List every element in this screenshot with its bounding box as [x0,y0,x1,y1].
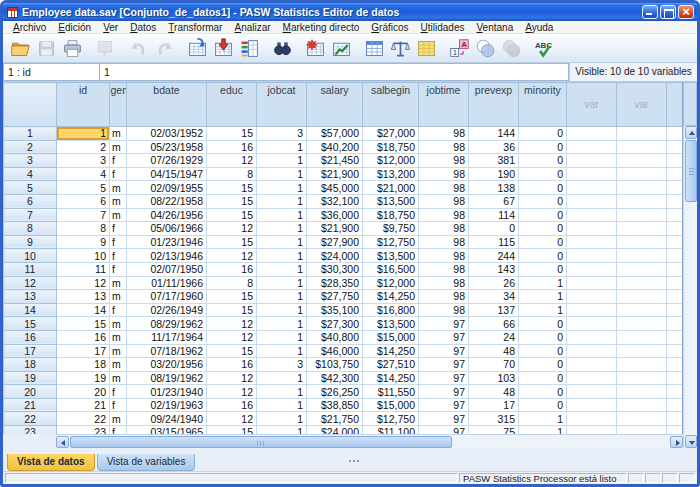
cell[interactable]: 10 [57,249,110,263]
cell[interactable]: f [110,222,127,236]
column-header-var[interactable]: var [617,83,667,127]
cell[interactable]: $27,300 [307,317,363,331]
cell[interactable] [567,371,617,385]
cell[interactable] [617,127,667,141]
cell[interactable]: $21,450 [307,154,363,168]
cell[interactable]: 15 [207,235,257,249]
cell[interactable] [567,330,617,344]
cell[interactable]: 17 [469,398,519,412]
cell[interactable] [617,344,667,358]
cell[interactable]: $103,750 [307,358,363,372]
cell[interactable]: 1 [257,398,307,412]
cell[interactable]: 4 [57,167,110,181]
cell[interactable]: 48 [469,385,519,399]
cell[interactable] [667,371,683,385]
column-header-jobcat[interactable]: jobcat [257,83,307,127]
weight-cases-icon[interactable] [387,35,413,61]
cell[interactable] [617,426,667,434]
cell[interactable]: 0 [519,398,567,412]
cell[interactable] [567,194,617,208]
cell[interactable]: 98 [419,181,469,195]
row-header-11[interactable]: 11 [4,262,57,276]
cell[interactable]: 1 [257,249,307,263]
cell[interactable]: $57,000 [307,127,363,141]
cell[interactable]: 8 [207,276,257,290]
row-header-7[interactable]: 7 [4,208,57,222]
cell[interactable]: 3 [257,358,307,372]
cell[interactable]: 97 [419,344,469,358]
cell[interactable] [567,385,617,399]
cell[interactable]: $13,200 [363,167,419,181]
cell[interactable] [667,154,683,168]
column-header-jobtime[interactable]: jobtime [419,83,469,127]
cell[interactable]: 0 [519,167,567,181]
cell[interactable]: m [110,208,127,222]
cell[interactable] [617,385,667,399]
variables-icon[interactable] [236,35,262,61]
cell[interactable] [567,167,617,181]
cell[interactable]: 97 [419,385,469,399]
spell-check-icon[interactable]: ABC [531,35,557,61]
row-header-4[interactable]: 4 [4,167,57,181]
cell[interactable]: 98 [419,208,469,222]
cell[interactable] [567,317,617,331]
row-header-20[interactable]: 20 [4,385,57,399]
cell[interactable]: 138 [469,181,519,195]
cell[interactable]: 12 [207,330,257,344]
row-header-18[interactable]: 18 [4,358,57,372]
cell[interactable]: 0 [519,194,567,208]
cell[interactable] [617,235,667,249]
cell[interactable]: $13,500 [363,317,419,331]
cell[interactable]: 1 [257,303,307,317]
row-header-16[interactable]: 16 [4,330,57,344]
cell[interactable] [567,127,617,141]
cell[interactable]: m [110,371,127,385]
cell[interactable]: $38,850 [307,398,363,412]
cell[interactable]: 0 [519,181,567,195]
cell[interactable]: 144 [469,127,519,141]
maximize-button[interactable] [660,5,676,19]
tab-vista-de-datos[interactable]: Vista de datos [7,454,95,471]
cell[interactable] [617,181,667,195]
cell[interactable]: 19 [57,371,110,385]
cell[interactable]: 15 [207,426,257,434]
cell[interactable] [617,303,667,317]
cell[interactable]: 0 [519,358,567,372]
cell[interactable]: 114 [469,208,519,222]
cell[interactable]: $21,900 [307,222,363,236]
cell[interactable]: 36 [469,140,519,154]
cell[interactable]: $24,000 [307,426,363,434]
insert-variable-icon[interactable] [328,35,354,61]
cell[interactable]: $11,550 [363,385,419,399]
close-button[interactable] [678,5,694,19]
cell[interactable]: 12 [207,222,257,236]
cell[interactable]: 1 [257,412,307,426]
cell[interactable] [667,194,683,208]
cell[interactable]: 07/17/1960 [127,290,207,304]
horizontal-scroll-thumb[interactable] [70,436,452,448]
cell[interactable]: 2 [57,140,110,154]
cell[interactable]: 16 [57,330,110,344]
cell[interactable]: 15 [207,303,257,317]
cell[interactable]: 97 [419,317,469,331]
goto-variable-icon[interactable] [210,35,236,61]
cell[interactable]: 12 [207,154,257,168]
cell[interactable] [567,262,617,276]
cell[interactable]: 15 [207,290,257,304]
cell[interactable]: $42,300 [307,371,363,385]
cell[interactable]: 15 [207,208,257,222]
cell[interactable]: 02/13/1946 [127,249,207,263]
cell[interactable] [617,222,667,236]
cell[interactable]: 05/06/1966 [127,222,207,236]
cell[interactable] [617,317,667,331]
cell[interactable]: 1 [257,154,307,168]
cell[interactable] [617,154,667,168]
use-variable-sets-icon[interactable] [472,35,498,61]
cell[interactable] [617,371,667,385]
cell[interactable]: 98 [419,167,469,181]
cell[interactable]: 8 [207,167,257,181]
cell[interactable]: 12 [207,249,257,263]
row-header-1[interactable]: 1 [4,127,57,141]
cell[interactable]: 98 [419,262,469,276]
cell[interactable]: 02/09/1955 [127,181,207,195]
